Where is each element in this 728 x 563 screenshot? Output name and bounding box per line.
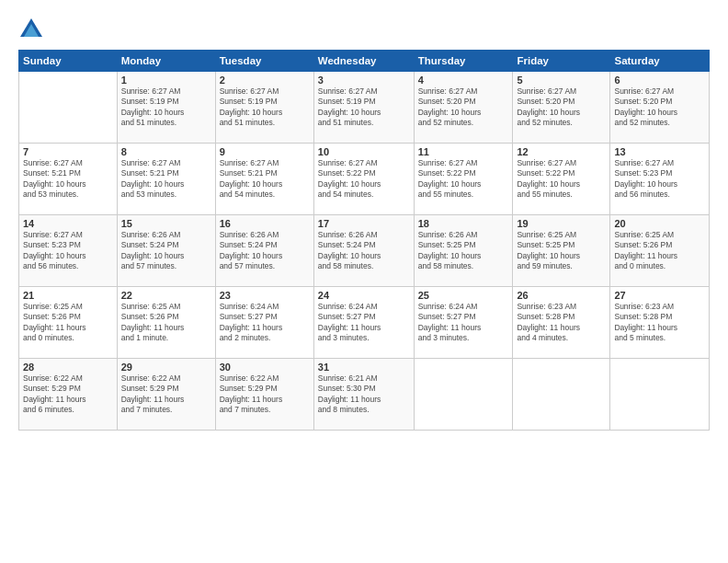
day-detail: Sunrise: 6:27 AM Sunset: 5:20 PM Dayligh… [418, 86, 509, 129]
day-cell: 8Sunrise: 6:27 AM Sunset: 5:21 PM Daylig… [117, 144, 215, 215]
day-number: 12 [517, 146, 606, 157]
week-row-2: 7Sunrise: 6:27 AM Sunset: 5:21 PM Daylig… [19, 144, 710, 215]
day-detail: Sunrise: 6:26 AM Sunset: 5:24 PM Dayligh… [121, 230, 211, 272]
day-number: 7 [23, 146, 113, 157]
day-cell [610, 359, 710, 431]
day-cell: 5Sunrise: 6:27 AM Sunset: 5:20 PM Daylig… [513, 72, 610, 144]
day-detail: Sunrise: 6:27 AM Sunset: 5:21 PM Dayligh… [23, 158, 113, 201]
day-cell: 10Sunrise: 6:27 AM Sunset: 5:22 PM Dayli… [313, 144, 414, 215]
day-detail: Sunrise: 6:25 AM Sunset: 5:26 PM Dayligh… [121, 302, 211, 344]
calendar-table: SundayMondayTuesdayWednesdayThursdayFrid… [18, 50, 710, 431]
day-number: 22 [121, 290, 211, 301]
week-row-4: 21Sunrise: 6:25 AM Sunset: 5:26 PM Dayli… [19, 287, 710, 359]
day-detail: Sunrise: 6:27 AM Sunset: 5:19 PM Dayligh… [220, 86, 310, 129]
day-detail: Sunrise: 6:22 AM Sunset: 5:29 PM Dayligh… [220, 373, 310, 416]
day-number: 30 [220, 362, 310, 373]
day-number: 25 [418, 290, 509, 301]
day-number: 19 [517, 218, 606, 229]
day-number: 26 [517, 290, 606, 301]
day-cell: 4Sunrise: 6:27 AM Sunset: 5:20 PM Daylig… [414, 72, 513, 144]
header [18, 17, 710, 42]
day-detail: Sunrise: 6:26 AM Sunset: 5:24 PM Dayligh… [220, 230, 310, 272]
day-detail: Sunrise: 6:27 AM Sunset: 5:20 PM Dayligh… [517, 86, 606, 129]
day-detail: Sunrise: 6:23 AM Sunset: 5:28 PM Dayligh… [614, 302, 705, 344]
day-cell: 26Sunrise: 6:23 AM Sunset: 5:28 PM Dayli… [513, 287, 610, 359]
day-detail: Sunrise: 6:21 AM Sunset: 5:30 PM Dayligh… [318, 373, 410, 416]
day-detail: Sunrise: 6:27 AM Sunset: 5:22 PM Dayligh… [418, 158, 509, 201]
day-cell: 21Sunrise: 6:25 AM Sunset: 5:26 PM Dayli… [19, 287, 118, 359]
day-detail: Sunrise: 6:25 AM Sunset: 5:26 PM Dayligh… [614, 230, 705, 272]
header-cell-wednesday: Wednesday [313, 51, 414, 72]
day-cell: 29Sunrise: 6:22 AM Sunset: 5:29 PM Dayli… [117, 359, 215, 431]
day-cell: 17Sunrise: 6:26 AM Sunset: 5:24 PM Dayli… [313, 215, 414, 287]
day-number: 10 [318, 146, 410, 157]
header-cell-saturday: Saturday [610, 51, 710, 72]
day-detail: Sunrise: 6:27 AM Sunset: 5:21 PM Dayligh… [220, 158, 310, 201]
day-number: 11 [418, 146, 509, 157]
day-cell [513, 359, 610, 431]
week-row-3: 14Sunrise: 6:27 AM Sunset: 5:23 PM Dayli… [19, 215, 710, 287]
day-detail: Sunrise: 6:27 AM Sunset: 5:22 PM Dayligh… [318, 158, 410, 201]
day-detail: Sunrise: 6:26 AM Sunset: 5:24 PM Dayligh… [318, 230, 410, 272]
day-number: 23 [220, 290, 310, 301]
day-detail: Sunrise: 6:23 AM Sunset: 5:28 PM Dayligh… [517, 302, 606, 344]
day-number: 28 [23, 362, 113, 373]
day-detail: Sunrise: 6:27 AM Sunset: 5:23 PM Dayligh… [23, 230, 113, 272]
day-cell: 22Sunrise: 6:25 AM Sunset: 5:26 PM Dayli… [117, 287, 215, 359]
day-detail: Sunrise: 6:25 AM Sunset: 5:26 PM Dayligh… [23, 302, 113, 344]
day-detail: Sunrise: 6:22 AM Sunset: 5:29 PM Dayligh… [23, 373, 113, 416]
day-detail: Sunrise: 6:27 AM Sunset: 5:21 PM Dayligh… [121, 158, 211, 201]
day-cell: 1Sunrise: 6:27 AM Sunset: 5:19 PM Daylig… [117, 72, 215, 144]
day-number: 6 [614, 75, 705, 86]
header-row: SundayMondayTuesdayWednesdayThursdayFrid… [19, 51, 710, 72]
day-cell [414, 359, 513, 431]
header-cell-sunday: Sunday [19, 51, 118, 72]
day-number: 20 [614, 218, 705, 229]
day-detail: Sunrise: 6:27 AM Sunset: 5:19 PM Dayligh… [121, 86, 211, 129]
day-cell: 30Sunrise: 6:22 AM Sunset: 5:29 PM Dayli… [215, 359, 313, 431]
day-cell [19, 72, 118, 144]
day-number: 29 [121, 362, 211, 373]
day-cell: 11Sunrise: 6:27 AM Sunset: 5:22 PM Dayli… [414, 144, 513, 215]
page: SundayMondayTuesdayWednesdayThursdayFrid… [0, 0, 728, 563]
day-detail: Sunrise: 6:27 AM Sunset: 5:19 PM Dayligh… [318, 86, 410, 129]
day-number: 21 [23, 290, 113, 301]
day-number: 13 [614, 146, 705, 157]
day-cell: 23Sunrise: 6:24 AM Sunset: 5:27 PM Dayli… [215, 287, 313, 359]
day-cell: 13Sunrise: 6:27 AM Sunset: 5:23 PM Dayli… [610, 144, 710, 215]
day-cell: 25Sunrise: 6:24 AM Sunset: 5:27 PM Dayli… [414, 287, 513, 359]
header-cell-monday: Monday [117, 51, 215, 72]
day-detail: Sunrise: 6:27 AM Sunset: 5:23 PM Dayligh… [614, 158, 705, 201]
day-detail: Sunrise: 6:22 AM Sunset: 5:29 PM Dayligh… [121, 373, 211, 416]
day-number: 18 [418, 218, 509, 229]
day-detail: Sunrise: 6:26 AM Sunset: 5:25 PM Dayligh… [418, 230, 509, 272]
week-row-5: 28Sunrise: 6:22 AM Sunset: 5:29 PM Dayli… [19, 359, 710, 431]
day-number: 14 [23, 218, 113, 229]
day-cell: 3Sunrise: 6:27 AM Sunset: 5:19 PM Daylig… [313, 72, 414, 144]
day-detail: Sunrise: 6:27 AM Sunset: 5:20 PM Dayligh… [614, 86, 705, 129]
header-cell-thursday: Thursday [414, 51, 513, 72]
day-number: 1 [121, 75, 211, 86]
day-number: 9 [220, 146, 310, 157]
day-cell: 20Sunrise: 6:25 AM Sunset: 5:26 PM Dayli… [610, 215, 710, 287]
day-detail: Sunrise: 6:25 AM Sunset: 5:25 PM Dayligh… [517, 230, 606, 272]
day-cell: 7Sunrise: 6:27 AM Sunset: 5:21 PM Daylig… [19, 144, 118, 215]
day-cell: 16Sunrise: 6:26 AM Sunset: 5:24 PM Dayli… [215, 215, 313, 287]
day-number: 15 [121, 218, 211, 229]
header-cell-tuesday: Tuesday [215, 51, 313, 72]
day-detail: Sunrise: 6:24 AM Sunset: 5:27 PM Dayligh… [220, 302, 310, 344]
day-number: 31 [318, 362, 410, 373]
week-row-1: 1Sunrise: 6:27 AM Sunset: 5:19 PM Daylig… [19, 72, 710, 144]
day-detail: Sunrise: 6:24 AM Sunset: 5:27 PM Dayligh… [418, 302, 509, 344]
day-cell: 9Sunrise: 6:27 AM Sunset: 5:21 PM Daylig… [215, 144, 313, 215]
day-cell: 28Sunrise: 6:22 AM Sunset: 5:29 PM Dayli… [19, 359, 118, 431]
day-cell: 31Sunrise: 6:21 AM Sunset: 5:30 PM Dayli… [313, 359, 414, 431]
day-cell: 15Sunrise: 6:26 AM Sunset: 5:24 PM Dayli… [117, 215, 215, 287]
day-number: 5 [517, 75, 606, 86]
logo [18, 17, 48, 42]
day-number: 2 [220, 75, 310, 86]
logo-icon [18, 17, 44, 42]
day-detail: Sunrise: 6:27 AM Sunset: 5:22 PM Dayligh… [517, 158, 606, 201]
day-number: 8 [121, 146, 211, 157]
day-detail: Sunrise: 6:24 AM Sunset: 5:27 PM Dayligh… [318, 302, 410, 344]
